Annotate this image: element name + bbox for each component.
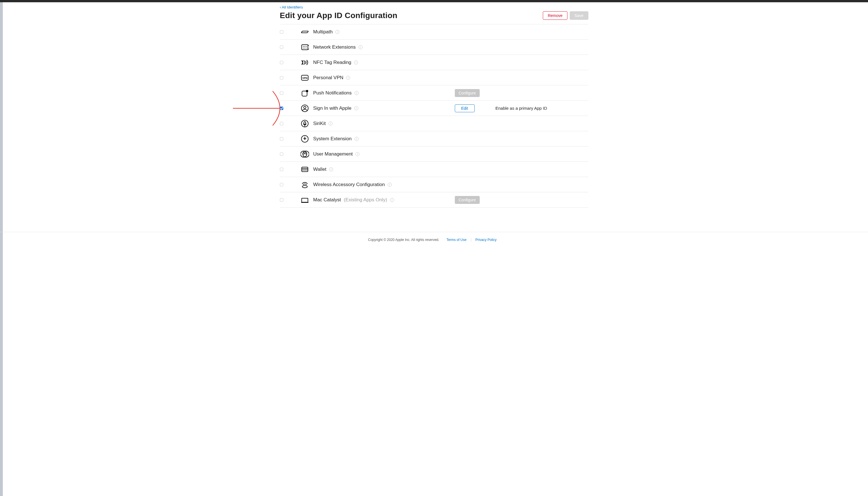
- capability-checkbox-system-extension[interactable]: [280, 137, 283, 141]
- capability-checkbox-multipath[interactable]: [280, 30, 283, 34]
- capability-row-nfc-tag-reading: NFC Tag Readingi: [280, 55, 588, 70]
- info-icon[interactable]: i: [355, 137, 359, 141]
- capability-row-sign-in-with-apple: Sign In with AppleiEditEnable as a prima…: [280, 101, 588, 116]
- capability-checkbox-sign-in-with-apple[interactable]: [280, 107, 283, 110]
- capability-label: Push Notifications: [313, 90, 352, 96]
- vpn-icon-text: VPN: [302, 77, 308, 79]
- capability-label: Wallet: [313, 167, 327, 172]
- capability-row-system-extension: System Extensioni: [280, 131, 588, 146]
- footer-terms-link[interactable]: Terms of Use: [443, 238, 470, 242]
- capability-label-suffix: (Existing Apps Only): [344, 197, 387, 203]
- capability-label: Multipath: [313, 29, 333, 35]
- info-icon[interactable]: i: [329, 167, 333, 171]
- siwa-icon: [301, 104, 309, 112]
- nfc-icon: [301, 58, 309, 67]
- capability-row-sirikit: SiriKiti: [280, 116, 588, 131]
- info-icon[interactable]: i: [346, 76, 350, 80]
- capability-row-wallet: Walleti: [280, 162, 588, 177]
- info-icon[interactable]: i: [390, 198, 394, 202]
- capability-checkbox-wireless-accessory[interactable]: [280, 183, 283, 186]
- page-title: Edit your App ID Configuration: [280, 11, 398, 20]
- info-icon[interactable]: i: [356, 152, 359, 156]
- system-ext-icon: [301, 135, 309, 143]
- configure-button-push-notifications: Configure: [455, 89, 480, 97]
- capability-row-push-notifications: Push NotificationsiConfigure: [280, 86, 588, 101]
- user-mgmt-icon: [301, 150, 309, 158]
- capability-row-mac-catalyst: Mac Catalyst(Existing Apps Only)iConfigu…: [280, 192, 588, 207]
- capability-extra-text: Enable as a primary App ID: [496, 106, 547, 111]
- capability-row-user-management: User Managementi: [280, 146, 588, 162]
- breadcrumb-back-label: All Identifiers: [282, 5, 303, 9]
- capability-label: Network Extensions: [313, 44, 356, 50]
- push-icon: [301, 89, 309, 97]
- capability-row-network-extensions: Network Extensionsi: [280, 40, 588, 55]
- header-actions: Remove Save: [543, 11, 588, 20]
- capability-label: Wireless Accessory Configuration: [313, 182, 385, 187]
- capability-checkbox-user-management[interactable]: [280, 152, 283, 156]
- capability-checkbox-nfc-tag-reading[interactable]: [280, 61, 283, 64]
- capability-checkbox-mac-catalyst[interactable]: [280, 198, 283, 202]
- capability-checkbox-wallet[interactable]: [280, 168, 283, 171]
- multipath-icon: [301, 28, 309, 36]
- mac-catalyst-icon: [301, 196, 309, 204]
- page-footer: Copyright © 2020 Apple Inc. All rights r…: [0, 232, 868, 242]
- capability-label: NFC Tag Reading: [313, 60, 351, 65]
- capability-label: SiriKit: [313, 121, 326, 126]
- capability-checkbox-personal-vpn[interactable]: [280, 76, 283, 79]
- footer-copyright: Copyright © 2020 Apple Inc. All rights r…: [368, 238, 439, 242]
- capability-checkbox-sirikit[interactable]: [280, 122, 283, 125]
- page-header: Edit your App ID Configuration Remove Sa…: [280, 11, 588, 24]
- capability-label: User Management: [313, 151, 353, 157]
- configure-button-mac-catalyst: Configure: [455, 196, 480, 204]
- info-icon[interactable]: i: [335, 30, 339, 34]
- info-icon[interactable]: i: [354, 106, 358, 110]
- vpn-icon: VPN: [301, 74, 309, 82]
- capability-row-multipath: Multipathi: [280, 24, 588, 40]
- info-icon[interactable]: i: [329, 122, 332, 126]
- capability-label: Mac Catalyst: [313, 197, 341, 203]
- capability-row-personal-vpn: VPNPersonal VPNi: [280, 70, 588, 86]
- info-icon[interactable]: i: [388, 183, 392, 187]
- window-chrome-top: [0, 0, 868, 2]
- siri-icon: [301, 119, 309, 128]
- chevron-left-icon: ‹: [280, 5, 281, 9]
- network-ext-icon: [301, 43, 309, 51]
- capability-label: System Extension: [313, 136, 352, 142]
- capability-label: Sign In with Apple: [313, 106, 351, 111]
- capability-row-wireless-accessory: Wireless Accessory Configurationi: [280, 177, 588, 192]
- footer-privacy-link[interactable]: Privacy Policy: [472, 238, 500, 242]
- wireless-icon: [301, 181, 309, 189]
- info-icon[interactable]: i: [355, 91, 359, 95]
- remove-button[interactable]: Remove: [543, 11, 567, 20]
- capability-checkbox-network-extensions[interactable]: [280, 46, 283, 49]
- wallet-icon: [301, 165, 309, 174]
- save-button: Save: [570, 11, 588, 20]
- capabilities-list: MultipathiNetwork ExtensionsiNFC Tag Rea…: [280, 24, 588, 207]
- breadcrumb-back-link[interactable]: ‹ All Identifiers: [280, 2, 303, 11]
- info-icon[interactable]: i: [354, 61, 358, 64]
- capability-checkbox-push-notifications[interactable]: [280, 91, 283, 95]
- info-icon[interactable]: i: [359, 45, 362, 49]
- capability-label: Personal VPN: [313, 75, 344, 81]
- edit-button-sign-in-with-apple[interactable]: Edit: [455, 104, 475, 112]
- footer-separator: [471, 238, 471, 242]
